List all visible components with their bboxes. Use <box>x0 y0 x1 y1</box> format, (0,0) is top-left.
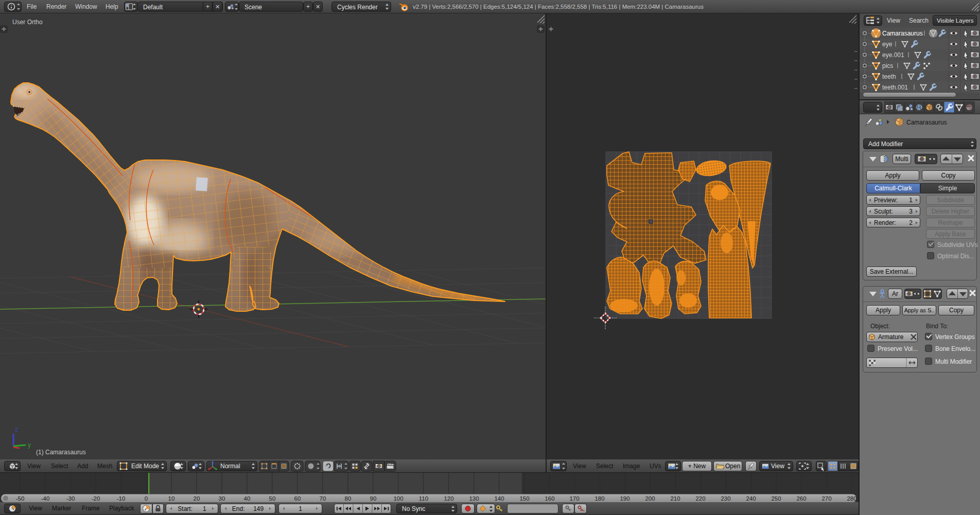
svg-text:250: 250 <box>771 495 781 502</box>
svg-text:-10: -10 <box>117 495 126 502</box>
svg-text:-20: -20 <box>92 495 100 502</box>
svg-text:0: 0 <box>145 495 148 502</box>
svg-text:240: 240 <box>746 495 756 502</box>
svg-text:60: 60 <box>294 495 301 502</box>
svg-text:70: 70 <box>320 495 326 502</box>
svg-text:-40: -40 <box>41 495 50 502</box>
svg-text:-30: -30 <box>66 495 75 502</box>
svg-text:120: 120 <box>444 495 453 502</box>
svg-text:z: z <box>15 426 18 433</box>
svg-text:10: 10 <box>168 495 175 502</box>
svg-text:280: 280 <box>847 495 856 502</box>
svg-text:150: 150 <box>519 495 529 502</box>
svg-text:180: 180 <box>594 495 604 502</box>
svg-text:140: 140 <box>494 495 504 502</box>
svg-text:190: 190 <box>620 495 629 502</box>
svg-text:110: 110 <box>419 495 428 502</box>
svg-text:eye: eye <box>882 41 892 48</box>
svg-text:160: 160 <box>545 495 554 502</box>
svg-text:teeth.001: teeth.001 <box>882 84 908 91</box>
svg-text:eye.001: eye.001 <box>882 51 904 59</box>
svg-text:40: 40 <box>244 495 251 502</box>
svg-text:210: 210 <box>670 495 680 502</box>
svg-text:teeth: teeth <box>882 73 896 80</box>
svg-text:-50: -50 <box>16 495 25 502</box>
svg-text:100: 100 <box>393 495 403 502</box>
svg-text:80: 80 <box>345 495 352 502</box>
svg-text:200: 200 <box>645 495 655 502</box>
svg-text:50: 50 <box>269 495 276 502</box>
svg-text:Camarasaurus: Camarasaurus <box>882 30 923 37</box>
svg-text:pics: pics <box>882 62 893 69</box>
svg-text:90: 90 <box>370 495 377 502</box>
svg-text:270: 270 <box>821 495 831 502</box>
svg-text:y: y <box>28 441 31 449</box>
svg-text:30: 30 <box>219 495 225 502</box>
svg-text:220: 220 <box>695 495 705 502</box>
svg-text:260: 260 <box>796 495 806 502</box>
svg-text:130: 130 <box>469 495 479 502</box>
svg-text:170: 170 <box>569 495 579 502</box>
svg-text:20: 20 <box>194 495 200 502</box>
svg-text:230: 230 <box>721 495 730 502</box>
